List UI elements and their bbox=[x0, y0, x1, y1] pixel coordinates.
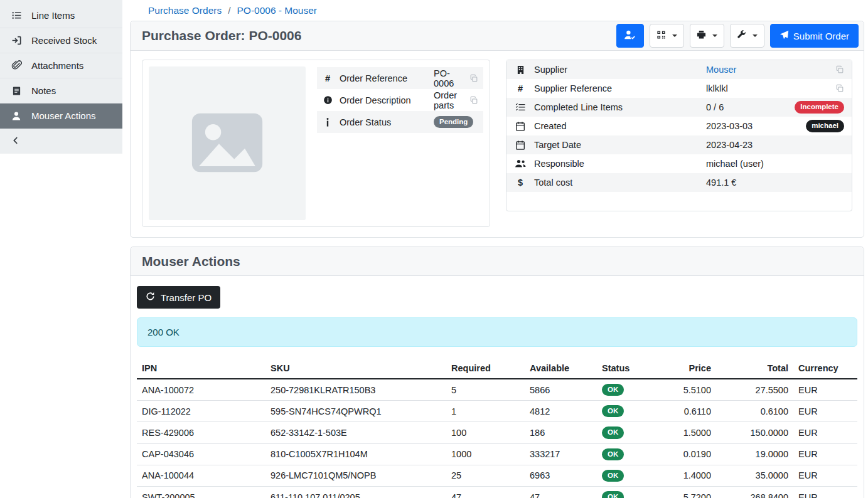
sidebar-collapse-button[interactable] bbox=[0, 129, 122, 154]
detail-value: 491.1 € bbox=[706, 177, 844, 188]
breadcrumb-link-current-order[interactable]: PO-0006 - Mouser bbox=[237, 5, 317, 16]
cell-currency: EUR bbox=[793, 422, 857, 443]
breadcrumb: Purchase Orders / PO-0006 - Mouser bbox=[130, 0, 864, 21]
cell-ipn: CAP-043046 bbox=[137, 443, 265, 465]
status-alert: 200 OK bbox=[137, 317, 857, 347]
copy-button[interactable] bbox=[469, 96, 478, 105]
part-image-placeholder[interactable] bbox=[149, 66, 306, 220]
cell-sku: 611-110.107.011/0205 bbox=[265, 487, 446, 498]
caret-down-icon bbox=[753, 34, 758, 37]
caret-down-icon bbox=[712, 34, 717, 37]
detail-row-responsible: Responsible michael (user) bbox=[506, 154, 852, 173]
detail-value: Order parts bbox=[434, 90, 463, 110]
detail-row-order-status: Order Status Pending bbox=[317, 111, 483, 133]
print-menu-button[interactable] bbox=[690, 24, 724, 48]
transfer-po-label: Transfer PO bbox=[161, 292, 212, 303]
column-header-status: Status bbox=[597, 358, 660, 379]
user-check-icon bbox=[624, 29, 636, 42]
building-icon bbox=[514, 65, 527, 75]
copy-button[interactable] bbox=[835, 84, 844, 93]
table-row: ANA-100044 926-LMC7101QM5/NOPB 25 6963 O… bbox=[137, 465, 857, 486]
purchase-order-panel-body: # Order Reference PO-0006 Order Descript… bbox=[131, 51, 864, 237]
cell-price: 1.4000 bbox=[660, 465, 716, 486]
detail-label: Order Description bbox=[340, 95, 427, 105]
submit-order-button[interactable]: Submit Order bbox=[770, 24, 859, 48]
cell-available: 4812 bbox=[525, 401, 597, 422]
mouser-results-table: IPN SKU Required Available Status Price … bbox=[137, 358, 857, 498]
cell-currency: EUR bbox=[793, 443, 857, 465]
list-check-icon bbox=[514, 103, 527, 112]
detail-label: Created bbox=[534, 121, 699, 131]
cell-available: 6963 bbox=[525, 465, 597, 486]
cell-required: 1 bbox=[446, 401, 525, 422]
sidebar-item-label: Notes bbox=[31, 85, 56, 96]
calendar-icon bbox=[514, 122, 527, 131]
calendar-icon bbox=[514, 140, 527, 150]
cell-required: 25 bbox=[446, 465, 525, 486]
ok-badge: OK bbox=[602, 491, 624, 498]
list-icon bbox=[10, 10, 23, 21]
detail-label: Total cost bbox=[534, 177, 699, 188]
tools-icon bbox=[737, 30, 746, 41]
mouser-actions-panel-header: Mouser Actions bbox=[131, 247, 864, 276]
cell-sku: 250-72981KLRATR150B3 bbox=[265, 379, 446, 401]
sidebar-item-notes[interactable]: Notes bbox=[0, 78, 122, 103]
cell-price: 0.6110 bbox=[660, 401, 716, 422]
cell-status: OK bbox=[597, 443, 660, 465]
hash-icon: # bbox=[514, 83, 527, 93]
column-header-sku: SKU bbox=[265, 358, 446, 379]
refresh-icon bbox=[146, 292, 155, 303]
purchase-order-panel-header: Purchase Order: PO-0006 bbox=[131, 21, 864, 51]
cell-currency: EUR bbox=[793, 465, 857, 486]
cell-sku: 810-C1005X7R1H104M bbox=[265, 443, 446, 465]
sidebar-item-label: Received Stock bbox=[31, 35, 97, 46]
column-header-price: Price bbox=[660, 358, 716, 379]
detail-value: PO-0006 bbox=[434, 68, 463, 88]
purchase-order-panel: Purchase Order: PO-0006 bbox=[130, 21, 864, 238]
copy-button[interactable] bbox=[469, 74, 478, 83]
printer-icon bbox=[697, 30, 706, 41]
cell-price: 0.0190 bbox=[660, 443, 716, 465]
status-badge: Pending bbox=[434, 116, 473, 128]
sidebar-item-line-items[interactable]: Line Items bbox=[0, 3, 122, 28]
detail-value: michael (user) bbox=[706, 159, 844, 169]
mouser-actions-title: Mouser Actions bbox=[142, 254, 240, 269]
cell-sku: 652-3314Z-1-503E bbox=[265, 422, 446, 443]
detail-row-created: Created 2023-03-03 michael bbox=[506, 117, 852, 135]
cell-status: OK bbox=[597, 379, 660, 401]
order-details-card: # Order Reference PO-0006 Order Descript… bbox=[142, 60, 490, 227]
copy-button[interactable] bbox=[835, 65, 844, 74]
hash-icon: # bbox=[322, 73, 333, 83]
sidebar-item-received-stock[interactable]: Received Stock bbox=[0, 28, 122, 53]
user-roles-button[interactable] bbox=[616, 24, 644, 48]
ok-badge: OK bbox=[602, 384, 624, 396]
cell-ipn: DIG-112022 bbox=[137, 401, 265, 422]
cell-required: 5 bbox=[446, 379, 525, 401]
supplier-details-card: Supplier Mouser # Supplier Reference lkl… bbox=[506, 60, 852, 211]
caret-down-icon bbox=[672, 34, 677, 37]
detail-value: 2023-03-03 bbox=[706, 121, 798, 131]
table-row: DIG-112022 595-SN74HCS74QPWRQ1 1 4812 OK… bbox=[137, 401, 857, 422]
column-header-required: Required bbox=[446, 358, 525, 379]
info-icon bbox=[322, 118, 333, 127]
breadcrumb-link-purchase-orders[interactable]: Purchase Orders bbox=[148, 5, 222, 16]
barcode-menu-button[interactable] bbox=[650, 24, 684, 48]
sidebar-item-mouser-actions[interactable]: Mouser Actions bbox=[0, 103, 122, 129]
sidebar: Line Items Received Stock Attachments No… bbox=[0, 0, 122, 154]
table-header-row: IPN SKU Required Available Status Price … bbox=[137, 358, 857, 379]
cell-status: OK bbox=[597, 401, 660, 422]
cell-currency: EUR bbox=[793, 487, 857, 498]
detail-value: lklklkl bbox=[706, 83, 828, 93]
sidebar-item-attachments[interactable]: Attachments bbox=[0, 53, 122, 78]
cell-available: 186 bbox=[525, 422, 597, 443]
transfer-po-button[interactable]: Transfer PO bbox=[137, 286, 220, 309]
sidebar-item-label: Line Items bbox=[31, 10, 75, 21]
user-badge: michael bbox=[806, 120, 844, 132]
detail-value: 0 / 6 bbox=[706, 102, 787, 112]
users-icon bbox=[514, 159, 527, 168]
actions-menu-button[interactable] bbox=[730, 24, 764, 48]
cell-total: 268.8400 bbox=[716, 487, 793, 498]
cell-status: OK bbox=[597, 465, 660, 486]
supplier-link[interactable]: Mouser bbox=[706, 65, 736, 75]
ok-badge: OK bbox=[602, 426, 624, 438]
